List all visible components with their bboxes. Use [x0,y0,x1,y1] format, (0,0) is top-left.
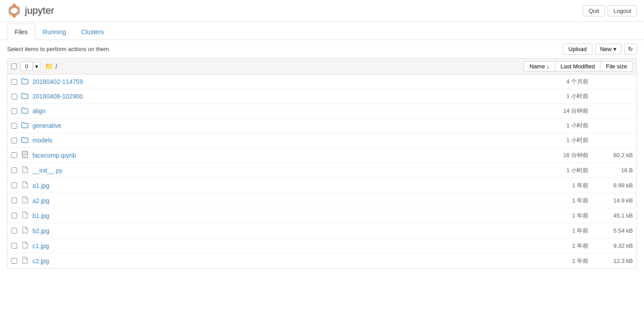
row-checkbox[interactable] [11,152,17,158]
file-modified: 1 年前 [500,227,597,235]
file-name[interactable]: __init__.py [32,167,500,174]
tab-clusters[interactable]: Clusters [74,24,111,40]
upload-button[interactable]: Upload [563,44,592,55]
file-modified: 14 分钟前 [500,107,597,115]
file-list-header: 0 ▾ 📁 / Name ↓ Last Modified File size [8,59,636,75]
file-name[interactable]: generative [32,122,500,129]
file-modified: 1 年前 [500,242,597,250]
tab-running[interactable]: Running [36,24,74,40]
table-row: a1.jpg1 年前8.99 kB [8,178,636,193]
table-row: c2.jpg1 年前12.3 kB [8,254,636,268]
folder-icon [21,78,29,86]
toolbar-right: Upload New ▾ ↻ [563,44,637,55]
file-modified: 1 小时前 [500,166,597,174]
breadcrumb: 📁 / [45,62,524,71]
file-name[interactable]: 20180402-114759 [32,78,500,85]
file-name[interactable]: models [32,137,500,144]
file-size: 12.3 kB [597,258,633,264]
row-checkbox[interactable] [11,258,17,264]
new-button[interactable]: New ▾ [595,44,621,55]
row-checkbox[interactable] [11,228,17,234]
file-list: 0 ▾ 📁 / Name ↓ Last Modified File size 2… [7,58,637,269]
dropdown-arrow-icon: ▾ [613,46,616,52]
header: jupyter Quit Logout [0,0,644,22]
row-checkbox[interactable] [11,94,17,99]
file-modified: 1 年前 [500,257,597,265]
tabs: Files Running Clusters [0,24,644,40]
count-dropdown[interactable]: ▾ [33,62,40,71]
table-row: facecomp.ipynb16 分钟前60.2 kB [8,148,636,163]
file-name[interactable]: align [32,107,500,115]
tab-files[interactable]: Files [7,24,36,40]
svg-point-3 [8,5,21,16]
file-modified: 16 分钟前 [500,151,597,159]
file-icon [21,226,29,235]
file-name[interactable]: facecomp.ipynb [32,152,500,159]
folder-icon [21,122,29,130]
table-row: b2.jpg1 年前5.54 kB [8,223,636,238]
logo: jupyter [7,4,54,18]
row-checkbox[interactable] [11,167,17,173]
selected-count: 0 [20,62,33,71]
file-name[interactable]: c2.jpg [32,258,500,265]
folder-icon: 📁 [45,62,54,71]
row-checkbox[interactable] [11,123,17,129]
breadcrumb-slash: / [56,63,57,70]
notebook-icon [21,151,29,159]
table-row: c1.jpg1 年前9.32 kB [8,238,636,254]
file-icon [21,211,29,220]
row-checkbox[interactable] [11,108,17,114]
table-row: generative1 小时前 [8,119,636,133]
file-modified: 4 个月前 [500,78,597,86]
file-size: 16 B [597,167,633,174]
quit-button[interactable]: Quit [583,5,605,16]
jupyter-logo-icon [7,4,21,18]
header-buttons: Quit Logout [583,5,637,16]
file-name[interactable]: c1.jpg [32,242,500,250]
file-size: 14.9 kB [597,197,633,204]
sort-modified-button[interactable]: Last Modified [555,61,600,71]
table-row: 20180408-1029001 小时前 [8,89,636,104]
toolbar: Select items to perform actions on them.… [0,40,644,58]
file-icon [21,181,29,190]
row-checkbox[interactable] [11,182,17,188]
table-row: a2.jpg1 年前14.9 kB [8,193,636,208]
file-modified: 1 年前 [500,182,597,190]
select-message: Select items to perform actions on them. [7,46,111,52]
file-name[interactable]: 20180408-102900 [32,93,500,100]
table-row: align14 分钟前 [8,104,636,119]
table-row: __init__.py1 小时前16 B [8,163,636,178]
column-headers: Name ↓ Last Modified File size [524,61,633,71]
file-modified: 1 小时前 [500,136,597,144]
file-modified: 1 年前 [500,212,597,220]
file-icon [21,196,29,205]
folder-icon [21,107,29,115]
row-checkbox[interactable] [11,79,17,85]
file-name[interactable]: a1.jpg [32,182,500,189]
file-name[interactable]: a2.jpg [32,197,500,204]
sort-size-button[interactable]: File size [600,61,633,71]
file-size: 60.2 kB [597,152,633,158]
row-checkbox[interactable] [11,138,17,143]
sort-name-button[interactable]: Name ↓ [524,61,555,71]
refresh-button[interactable]: ↻ [624,44,637,55]
app-title: jupyter [25,5,54,16]
folder-icon [21,137,29,144]
file-size: 9.32 kB [597,242,633,249]
row-checkbox[interactable] [11,198,17,203]
file-modified: 1 小时前 [500,92,597,100]
file-name[interactable]: b1.jpg [32,212,500,219]
file-modified: 1 年前 [500,197,597,205]
table-row: models1 小时前 [8,133,636,148]
table-row: 20180402-1147594 个月前 [8,75,636,89]
file-rows-container: 20180402-1147594 个月前20180408-1029001 小时前… [8,75,636,268]
logout-button[interactable]: Logout [608,5,637,16]
row-checkbox[interactable] [11,243,17,249]
row-checkbox[interactable] [11,213,17,218]
file-name[interactable]: b2.jpg [32,227,500,234]
folder-icon [21,93,29,100]
table-row: b1.jpg1 年前45.1 kB [8,208,636,223]
file-size: 5.54 kB [597,227,633,234]
select-all-checkbox[interactable] [11,63,17,69]
file-icon [21,166,29,174]
